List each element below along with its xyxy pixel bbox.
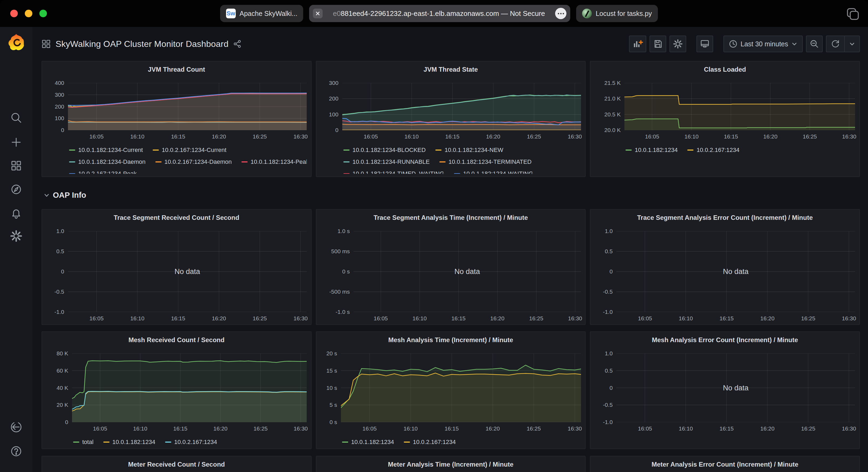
time-range-picker[interactable]: Last 30 minutes <box>723 36 803 52</box>
cycle-view-mode-button[interactable] <box>696 36 713 52</box>
dashboard-header: SkyWalking OAP Cluster Monitor Dashboard <box>41 27 860 61</box>
dashboards-icon[interactable] <box>0 160 32 172</box>
row-oap-info[interactable]: OAP Info <box>41 181 860 209</box>
explore-compass-icon[interactable] <box>0 183 32 196</box>
legend-item[interactable]: 10.0.1.182:1234-RUNNABLE <box>343 159 430 165</box>
panel-title[interactable]: Trace Segment Analysis Error Count (Incr… <box>595 212 855 224</box>
x-tick-label: 16:20 <box>486 133 500 140</box>
section-title: OAP Info <box>53 191 86 200</box>
panel-title[interactable]: Mesh Received Count / Second <box>46 335 307 346</box>
x-tick-label: 16:10 <box>685 133 699 140</box>
legend-item[interactable]: 10.0.2.167:1234 <box>165 439 217 446</box>
chart-canvas <box>342 83 581 130</box>
legend-item[interactable]: 10.0.1.182:1234-BLOCKED <box>343 146 426 154</box>
y-tick-label: 0 <box>610 268 613 275</box>
legend-item[interactable]: 10.0.1.182:1234-TERMINATED <box>439 159 532 165</box>
y-tick-label: 100 <box>329 111 339 118</box>
sign-in-icon[interactable] <box>0 421 32 433</box>
create-plus-icon[interactable] <box>0 136 32 148</box>
refresh-dashboard-button[interactable] <box>827 36 844 52</box>
plot-area[interactable]: No data <box>616 231 855 312</box>
alerting-bell-icon[interactable] <box>0 207 32 219</box>
grafana-sidebar <box>0 27 32 472</box>
tab-options-icon[interactable] <box>555 8 566 19</box>
page-title[interactable]: SkyWalking OAP Cluster Monitor Dashboard <box>56 39 228 49</box>
panel-jvm-thread-count: JVM Thread Count 4003002001000 16:0516:1… <box>41 61 312 177</box>
legend-item[interactable]: 10.0.1.182:1234-Current <box>69 146 143 154</box>
plot-area[interactable] <box>72 353 307 422</box>
save-dashboard-button[interactable] <box>650 36 666 52</box>
close-window-button[interactable] <box>10 10 18 17</box>
panel-title[interactable]: Trace Segment Received Count / Second <box>46 212 307 224</box>
help-icon[interactable] <box>0 445 32 458</box>
share-icon[interactable] <box>233 40 241 48</box>
legend-item[interactable]: 10.0.2.167:1234 <box>404 439 456 446</box>
grafana-logo[interactable] <box>0 33 32 51</box>
tab-apache-skywalking[interactable]: Sw Apache SkyWalki... <box>220 5 303 22</box>
search-icon[interactable] <box>0 112 32 124</box>
plot-area[interactable] <box>624 83 855 130</box>
x-tick-label: 16:25 <box>529 315 544 322</box>
legend-item[interactable]: 10.0.2.167:1234-Current <box>153 146 226 154</box>
x-tick-label: 16:15 <box>444 426 459 432</box>
panel-title[interactable]: Class Loaded <box>595 64 855 75</box>
dashboard-grid-icon[interactable] <box>41 39 51 48</box>
legend-color-marker <box>625 149 632 150</box>
panel-trace-received: Trace Segment Received Count / Second 1.… <box>41 209 312 325</box>
panel-title[interactable]: JVM Thread State <box>321 64 581 75</box>
plot-area[interactable]: No data <box>68 231 307 312</box>
panel-title[interactable]: Mesh Analysis Error Count (Increment) / … <box>595 335 855 346</box>
panel-row-trace: Trace Segment Received Count / Second 1.… <box>41 209 860 325</box>
plot-area[interactable] <box>341 353 581 422</box>
y-tick-label: 500 ms <box>331 248 350 255</box>
dashboard-settings-button[interactable] <box>670 36 686 52</box>
y-tick-label: 0.5 <box>605 368 613 374</box>
panel-title[interactable]: JVM Thread Count <box>46 64 307 75</box>
legend-item[interactable]: 10.0.1.182:1234 <box>103 439 155 446</box>
legend-item[interactable]: 10.0.1.182:1234-Peak <box>241 159 307 165</box>
y-tick-label: 21.0 K <box>604 95 621 102</box>
plot-area[interactable]: No data <box>616 353 855 422</box>
x-tick-label: 16:20 <box>761 315 775 322</box>
legend-item[interactable]: 10.0.2.167:1234-Peak <box>69 170 137 174</box>
legend-label: total <box>82 439 94 446</box>
configuration-gear-icon[interactable] <box>0 230 32 242</box>
legend-item[interactable]: 10.0.1.182:1234-Daemon <box>69 159 146 165</box>
panel-title[interactable]: Meter Analysis Time (Increment) / Minute <box>321 459 581 470</box>
plot-area[interactable] <box>342 83 581 130</box>
legend-item[interactable]: 10.0.1.182:1234-TIMED_WAITING <box>343 170 444 174</box>
tab-active-grafana[interactable]: e0881eed4-22961232.ap-east-1.elb.amazona… <box>309 5 570 22</box>
y-tick-label: -500 ms <box>329 289 350 295</box>
panel-title[interactable]: Mesh Analysis Time (Increment) / Minute <box>321 335 581 346</box>
tab-overview-icon[interactable] <box>845 6 860 21</box>
y-tick-label: 1.0 <box>56 228 64 234</box>
legend-item[interactable]: total <box>73 439 94 446</box>
y-axis: 20 s15 s10 s5 s0 s <box>321 353 341 422</box>
legend-item[interactable]: 10.0.1.182:1234 <box>342 439 394 446</box>
refresh-interval-dropdown[interactable] <box>845 36 859 52</box>
fullscreen-window-button[interactable] <box>39 10 47 17</box>
no-data-label: No data <box>723 268 748 276</box>
panel-title[interactable]: Meter Analysis Error Count (Increment) /… <box>595 459 855 470</box>
tab-locust[interactable]: Locust for tasks.py <box>576 5 658 22</box>
legend-item[interactable]: 10.0.1.182:1234-WAITING <box>454 170 533 174</box>
zoom-out-time-button[interactable] <box>806 36 823 52</box>
plot-area[interactable] <box>68 83 307 130</box>
minimize-window-button[interactable] <box>25 10 32 17</box>
x-tick-label: 16:30 <box>842 426 856 432</box>
plot-area[interactable]: No data <box>353 231 581 312</box>
legend-item[interactable]: 10.0.1.182:1234-NEW <box>435 146 503 154</box>
legend-color-marker <box>165 442 171 443</box>
close-tab-button[interactable] <box>313 9 322 18</box>
x-tick-label: 16:10 <box>679 315 693 322</box>
x-axis: 16:0516:1016:1516:2016:2516:30 <box>321 312 581 324</box>
y-tick-label: 20 s <box>327 350 337 357</box>
add-panel-button[interactable] <box>629 36 646 52</box>
legend-item[interactable]: 10.0.2.167:1234-Daemon <box>155 159 232 165</box>
panel-title[interactable]: Trace Segment Analysis Time (Increment) … <box>321 212 581 224</box>
legend-item[interactable]: 10.0.1.182:1234 <box>625 146 678 154</box>
panel-title[interactable]: Meter Received Count / Second <box>46 459 307 470</box>
dashboard-toolbar: Last 30 minutes <box>629 36 860 52</box>
legend-item[interactable]: 10.0.2.167:1234 <box>687 146 739 154</box>
legend-color-marker <box>69 149 75 150</box>
